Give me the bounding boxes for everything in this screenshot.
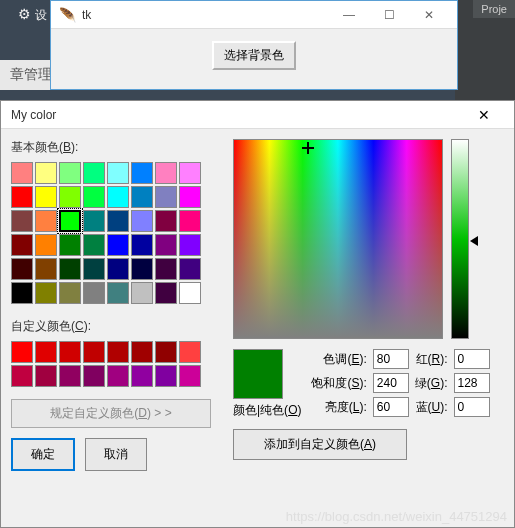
- basic-swatch[interactable]: [107, 234, 129, 256]
- blue-label: 蓝(U):: [415, 399, 448, 416]
- basic-swatch[interactable]: [107, 186, 129, 208]
- basic-swatch[interactable]: [131, 258, 153, 280]
- basic-swatch[interactable]: [11, 210, 33, 232]
- basic-swatch[interactable]: [11, 186, 33, 208]
- custom-swatch[interactable]: [35, 365, 57, 387]
- minimize-button[interactable]: —: [329, 1, 369, 29]
- basic-swatch[interactable]: [179, 162, 201, 184]
- custom-swatch[interactable]: [11, 365, 33, 387]
- basic-swatch[interactable]: [155, 210, 177, 232]
- hue-input[interactable]: [373, 349, 409, 369]
- basic-swatch[interactable]: [35, 162, 57, 184]
- basic-swatch[interactable]: [59, 258, 81, 280]
- basic-swatch[interactable]: [107, 258, 129, 280]
- basic-swatch[interactable]: [155, 186, 177, 208]
- basic-swatch[interactable]: [35, 210, 57, 232]
- basic-swatch[interactable]: [11, 234, 33, 256]
- basic-swatch[interactable]: [131, 282, 153, 304]
- basic-swatch[interactable]: [59, 282, 81, 304]
- basic-swatch[interactable]: [35, 234, 57, 256]
- basic-colors-grid: [11, 162, 221, 304]
- basic-swatch[interactable]: [107, 162, 129, 184]
- ok-button[interactable]: 确定: [11, 438, 75, 471]
- basic-swatch[interactable]: [35, 282, 57, 304]
- sat-input[interactable]: [373, 373, 409, 393]
- basic-swatch[interactable]: [11, 282, 33, 304]
- tk-body: 选择背景色: [51, 29, 457, 82]
- basic-swatch[interactable]: [83, 282, 105, 304]
- custom-swatch[interactable]: [83, 341, 105, 363]
- sat-label: 饱和度(S):: [311, 375, 366, 392]
- close-button[interactable]: ✕: [409, 1, 449, 29]
- custom-swatch[interactable]: [179, 365, 201, 387]
- basic-swatch[interactable]: [131, 210, 153, 232]
- add-custom-button[interactable]: 添加到自定义颜色(A): [233, 429, 407, 460]
- basic-swatch[interactable]: [107, 282, 129, 304]
- basic-swatch[interactable]: [35, 186, 57, 208]
- red-label: 红(R):: [415, 351, 448, 368]
- crosshair-icon: [302, 142, 314, 154]
- basic-swatch[interactable]: [179, 282, 201, 304]
- basic-swatch[interactable]: [59, 234, 81, 256]
- basic-swatch[interactable]: [11, 162, 33, 184]
- basic-swatch[interactable]: [83, 258, 105, 280]
- feather-icon: 🪶: [59, 7, 76, 23]
- ide-tab[interactable]: Proje: [473, 0, 515, 18]
- basic-swatch[interactable]: [155, 282, 177, 304]
- dialog-titlebar[interactable]: My color ✕: [1, 101, 514, 129]
- basic-swatch[interactable]: [83, 210, 105, 232]
- basic-swatch[interactable]: [155, 162, 177, 184]
- custom-swatch[interactable]: [83, 365, 105, 387]
- basic-swatch[interactable]: [35, 258, 57, 280]
- basic-swatch[interactable]: [83, 186, 105, 208]
- basic-swatch[interactable]: [59, 186, 81, 208]
- luminance-bar[interactable]: [451, 139, 469, 339]
- dialog-close-button[interactable]: ✕: [464, 107, 504, 123]
- basic-swatch[interactable]: [179, 234, 201, 256]
- custom-swatch[interactable]: [131, 341, 153, 363]
- basic-swatch[interactable]: [131, 162, 153, 184]
- basic-swatch[interactable]: [131, 234, 153, 256]
- basic-swatch[interactable]: [179, 210, 201, 232]
- custom-colors-grid: [11, 341, 221, 387]
- basic-swatch[interactable]: [83, 162, 105, 184]
- lum-label: 亮度(L):: [311, 399, 366, 416]
- basic-swatch[interactable]: [83, 234, 105, 256]
- choose-bg-color-button[interactable]: 选择背景色: [212, 41, 296, 70]
- custom-swatch[interactable]: [35, 341, 57, 363]
- custom-swatch[interactable]: [131, 365, 153, 387]
- lum-input[interactable]: [373, 397, 409, 417]
- preview-label: 颜色|纯色(O): [233, 402, 301, 419]
- tk-title-text: tk: [82, 8, 329, 22]
- custom-swatch[interactable]: [107, 341, 129, 363]
- basic-swatch[interactable]: [107, 210, 129, 232]
- basic-swatch[interactable]: [131, 186, 153, 208]
- custom-swatch[interactable]: [11, 341, 33, 363]
- custom-swatch[interactable]: [107, 365, 129, 387]
- basic-swatch[interactable]: [59, 210, 81, 232]
- red-input[interactable]: [454, 349, 490, 369]
- basic-swatch[interactable]: [179, 258, 201, 280]
- basic-swatch[interactable]: [11, 258, 33, 280]
- color-spectrum[interactable]: [233, 139, 443, 339]
- basic-swatch[interactable]: [59, 162, 81, 184]
- luminance-arrow-icon[interactable]: [470, 236, 478, 246]
- cancel-button[interactable]: 取消: [85, 438, 147, 471]
- gear-icon[interactable]: ⚙ 设: [18, 6, 47, 24]
- custom-swatch[interactable]: [155, 341, 177, 363]
- tk-window: 🪶 tk — ☐ ✕ 选择背景色: [50, 0, 458, 90]
- basic-colors-label: 基本颜色(B):: [11, 139, 221, 156]
- custom-swatch[interactable]: [59, 365, 81, 387]
- basic-swatch[interactable]: [155, 234, 177, 256]
- custom-swatch[interactable]: [155, 365, 177, 387]
- custom-swatch[interactable]: [59, 341, 81, 363]
- green-input[interactable]: [454, 373, 490, 393]
- blue-input[interactable]: [454, 397, 490, 417]
- maximize-button[interactable]: ☐: [369, 1, 409, 29]
- custom-swatch[interactable]: [179, 341, 201, 363]
- tk-titlebar[interactable]: 🪶 tk — ☐ ✕: [51, 1, 457, 29]
- define-custom-button: 规定自定义颜色(D) > >: [11, 399, 211, 428]
- basic-swatch[interactable]: [179, 186, 201, 208]
- basic-swatch[interactable]: [155, 258, 177, 280]
- color-dialog: My color ✕ 基本颜色(B): 自定义颜色(C): 规定自定义颜色(D)…: [0, 100, 515, 528]
